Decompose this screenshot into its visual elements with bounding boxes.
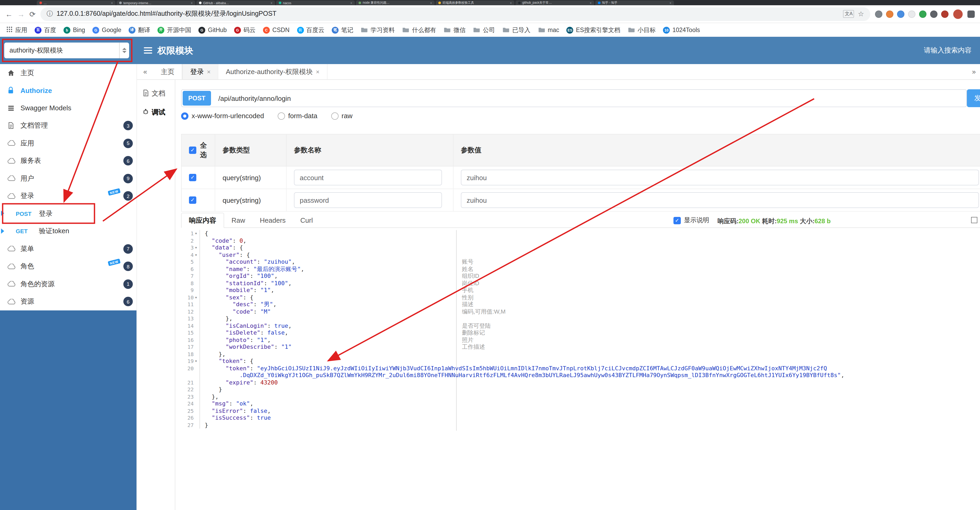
page-tab[interactable]: Authorize-authority-权限模块× [219,64,328,79]
sidebar-item-authorize[interactable]: Authorize [0,82,137,99]
bookmark-star-icon[interactable]: ☆ [858,10,864,18]
browser-tab[interactable]: 前端高效参数校验工具× [436,0,514,5]
close-tab-icon[interactable]: × [590,1,592,5]
extension-icon[interactable] [919,10,926,18]
forward-icon[interactable]: → [18,10,25,18]
close-tab-icon[interactable]: × [670,1,671,5]
page-tab[interactable]: 登录× [182,64,218,79]
close-tab-icon[interactable]: × [191,1,192,5]
profile-avatar[interactable] [953,9,963,19]
translate-icon[interactable]: 文A [843,10,854,18]
expand-tabs-icon[interactable]: » [968,68,980,76]
browser-tab[interactable]: temporary-interne…× [116,0,195,5]
content-type-radio[interactable]: raw [331,112,353,120]
collapse-tabs-icon[interactable]: « [137,68,153,76]
extension-icon[interactable] [886,10,893,18]
extension-icon[interactable] [897,10,904,18]
browser-tab[interactable]: github_pack关于常…× [515,0,594,5]
close-tab-icon[interactable]: × [270,1,272,5]
browser-tab[interactable]: …× [37,0,116,5]
browser-menu-icon[interactable] [967,10,975,18]
module-select[interactable]: authority-权限模块 [4,43,129,58]
close-tab-icon[interactable]: × [111,1,113,5]
browser-tab[interactable]: 知乎 - 知乎× [595,0,674,5]
param-name-input[interactable] [294,170,442,185]
close-tab-icon[interactable]: × [350,1,352,5]
param-value-input[interactable] [461,192,979,208]
bookmark-item[interactable]: 云百度云 [297,26,325,34]
bookmark-item[interactable]: G码云 [234,26,256,34]
sidebar-item-menu[interactable]: 菜单7 [0,240,137,258]
fold-icon[interactable]: ▾ [195,358,199,365]
sidebar-item-home[interactable]: 主页 [0,64,137,82]
bookmark-item[interactable]: ESES搜索引擎文档 [566,26,620,34]
nav-doc[interactable]: 文档 [137,84,175,103]
page-info-icon[interactable]: ⓘ [46,10,53,18]
extension-icon[interactable] [941,10,948,18]
bookmark-item[interactable]: 学习资料 [361,26,395,34]
sidebar-item-doc-manage[interactable]: 文档管理3 [0,117,137,134]
extension-icon[interactable] [908,10,915,18]
content-type-radio[interactable]: x-www-form-urlencoded [181,112,264,120]
back-icon[interactable]: ← [5,10,13,18]
sidebar-item-role-resource[interactable]: 角色的资源1 [0,275,137,293]
fold-icon[interactable]: ▾ [195,230,199,237]
fold-icon[interactable]: ▾ [195,244,199,251]
response-tab[interactable]: Headers [253,213,293,228]
browser-tab[interactable]: node 兼容性问题…× [356,0,434,5]
close-tab-icon[interactable]: × [207,68,210,75]
close-tab-icon[interactable]: × [510,1,512,5]
header-search-input[interactable]: 请输入搜索内容 [924,46,972,55]
sidebar-item-role[interactable]: 角色NEW8 [0,258,137,275]
sidebar-item-resource[interactable]: 资源6 [0,293,137,311]
close-tab-icon[interactable]: × [316,68,320,75]
response-tab[interactable]: 响应内容 [181,213,224,228]
bookmark-item[interactable]: 开开源中国 [158,26,191,34]
fullscreen-icon[interactable] [971,217,977,223]
page-tab[interactable]: 主页 [153,64,182,79]
sidebar-item-service[interactable]: 服务表6 [0,152,137,170]
bookmark-item[interactable]: GGoogle [92,27,121,33]
fold-icon[interactable]: ▾ [195,251,199,258]
close-tab-icon[interactable]: × [430,1,432,5]
show-desc-checkbox[interactable]: ✓ 显示说明 [673,216,709,225]
omnibox[interactable]: ⓘ 127.0.0.1:8760/api/gate/doc.html#/auth… [40,7,870,21]
browser-tab[interactable]: nacos× [276,0,355,5]
sidebar-api-post-login[interactable]: POST登录 [0,205,137,222]
bookmark-item[interactable]: bBing [64,27,85,33]
nav-debug[interactable]: 调试 [137,103,175,122]
bookmark-item[interactable]: 101024Tools [663,27,700,33]
checkbox[interactable]: ✓ [189,147,196,154]
content-type-radio[interactable]: form-data [278,112,317,120]
bookmark-item[interactable]: 已导入 [502,26,530,34]
reload-icon[interactable]: ⟳ [29,10,35,18]
extension-icon[interactable] [930,10,937,18]
sidebar-item-user[interactable]: 用户9 [0,170,137,187]
bookmark-item[interactable]: 小目标 [627,26,655,34]
checkbox[interactable]: ✓ [189,196,196,204]
bookmark-item[interactable]: 应用 [6,26,27,34]
sidebar-item-app[interactable]: 应用5 [0,134,137,152]
send-button[interactable]: 发送 [967,89,980,107]
param-value-input[interactable] [461,170,979,185]
sidebar-api-get-verify-token[interactable]: GET验证token [0,222,137,240]
checkbox[interactable]: ✓ [189,174,196,181]
bookmark-item[interactable]: 什么都有 [402,26,436,34]
bookmark-item[interactable]: 公司 [473,26,495,34]
bookmark-item[interactable]: 百百度 [35,26,56,34]
bookmark-item[interactable]: 微信 [444,26,466,34]
sidebar-item-login[interactable]: 登录NEW2 [0,187,137,205]
bookmark-item[interactable]: mac [538,27,559,33]
browser-tab[interactable]: GitHub - alibaba…× [196,0,275,5]
hamburger-icon[interactable] [144,47,152,54]
bookmark-item[interactable]: CCSDN [263,27,290,33]
fold-icon[interactable]: ▾ [195,294,199,301]
param-name-input[interactable] [294,192,442,208]
bookmark-item[interactable]: 译翻译 [129,26,150,34]
response-json-viewer[interactable]: 1▾{2 "code": 0,3▾ "data": {4▾ "user": {5… [181,228,980,510]
response-tab[interactable]: Raw [224,213,253,228]
bookmark-item[interactable]: 笔笔记 [332,26,353,34]
extension-icon[interactable] [875,10,882,18]
response-tab[interactable]: Curl [293,213,320,228]
bookmark-item[interactable]: GGitHub [199,27,227,33]
